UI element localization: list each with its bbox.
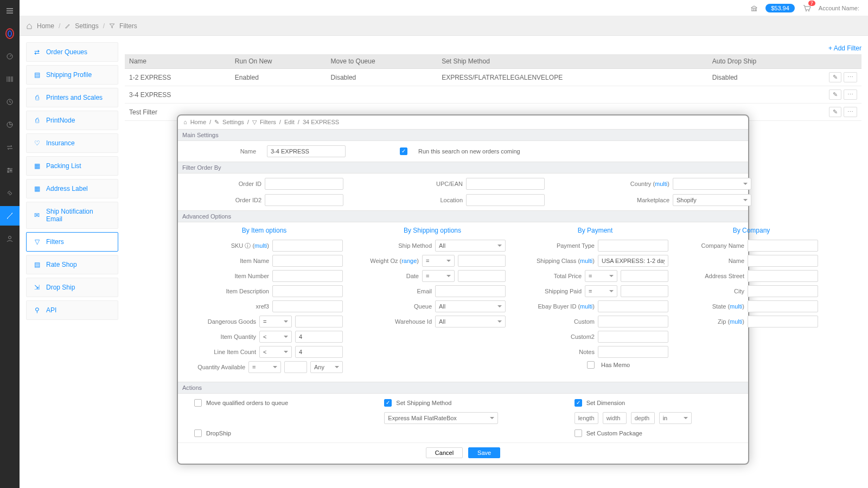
email-input[interactable] xyxy=(435,285,506,297)
set-custom-package-checkbox[interactable] xyxy=(575,429,582,437)
run-on-new-checkbox[interactable] xyxy=(400,147,407,155)
chart-icon[interactable] xyxy=(5,120,14,129)
depth-input[interactable] xyxy=(631,412,655,424)
edit-row-button[interactable]: ✎ xyxy=(829,89,841,100)
bc-home[interactable]: Home xyxy=(37,22,54,30)
totalprice-op-select[interactable]: = xyxy=(585,270,617,282)
dg-op-select[interactable]: = xyxy=(259,316,292,328)
sliders-icon[interactable] xyxy=(5,166,14,175)
save-button[interactable]: Save xyxy=(468,447,500,458)
nav-filters[interactable]: ▽Filters xyxy=(26,232,118,252)
sku-multi[interactable]: multi xyxy=(254,242,267,249)
add-filter-link[interactable]: + Add Filter xyxy=(125,42,861,54)
edit-row-button[interactable]: ✎ xyxy=(829,107,841,117)
bank-icon[interactable] xyxy=(750,4,758,12)
itemdesc-input[interactable] xyxy=(272,285,343,297)
shipmethod-select[interactable]: All xyxy=(435,240,506,252)
hasmemo-checkbox[interactable] xyxy=(587,361,595,369)
iq-op-select[interactable]: < xyxy=(259,331,292,343)
qa-op-select[interactable]: = xyxy=(248,361,281,373)
city-input[interactable] xyxy=(748,285,818,297)
filter-name-input[interactable] xyxy=(267,145,346,157)
state-input[interactable] xyxy=(748,300,818,312)
weight-range[interactable]: range xyxy=(401,258,417,264)
country-select[interactable] xyxy=(673,178,751,190)
nav-packing-list[interactable]: ▦Packing List xyxy=(26,156,118,176)
qa-any-select[interactable]: Any xyxy=(310,361,343,373)
user-icon[interactable] xyxy=(5,234,14,243)
clock-icon[interactable] xyxy=(5,98,14,106)
nav-api[interactable]: ⚲API xyxy=(26,300,118,320)
nav-address-label[interactable]: ▦Address Label xyxy=(26,179,118,198)
balance-pill[interactable]: $53.94 xyxy=(765,4,795,12)
dim-unit-select[interactable]: in xyxy=(659,412,692,424)
length-input[interactable] xyxy=(575,412,598,424)
dropship-checkbox[interactable] xyxy=(194,429,202,437)
sclass-multi[interactable]: multi xyxy=(580,258,592,264)
nav-shipping-profile[interactable]: ▤Shipping Profile xyxy=(26,65,118,85)
menu-icon[interactable] xyxy=(5,7,14,15)
exchange-icon[interactable] xyxy=(5,143,14,152)
itemnumber-input[interactable] xyxy=(272,270,343,282)
orderid-input[interactable] xyxy=(265,178,343,190)
date-op-select[interactable]: = xyxy=(422,270,455,282)
ebaybuyer-input[interactable] xyxy=(598,300,668,312)
notes-input[interactable] xyxy=(598,346,668,358)
home-icon[interactable] xyxy=(26,23,33,29)
settings-icon[interactable] xyxy=(0,206,20,226)
shippingpaid-input[interactable] xyxy=(621,285,668,297)
dashboard-icon[interactable] xyxy=(5,52,14,61)
nav-printnode[interactable]: ⎙PrintNode xyxy=(26,111,118,130)
name-input[interactable] xyxy=(748,255,818,267)
weight-input[interactable] xyxy=(458,255,506,267)
barcode-icon[interactable] xyxy=(5,75,14,84)
location-input[interactable] xyxy=(466,194,545,206)
weight-op-select[interactable]: = xyxy=(422,255,455,267)
ship-method-select[interactable]: Express Mail FlatRateBox xyxy=(384,412,498,424)
link-icon[interactable] xyxy=(5,189,14,197)
zip-multi[interactable]: multi xyxy=(730,318,742,325)
date-input[interactable] xyxy=(458,270,506,282)
lic-input[interactable] xyxy=(295,346,343,358)
move-to-queue-checkbox[interactable] xyxy=(194,399,202,407)
totalprice-input[interactable] xyxy=(621,270,668,282)
lic-op-select[interactable]: < xyxy=(259,346,292,358)
cart-icon[interactable]: 7 xyxy=(802,4,811,12)
companyname-input[interactable] xyxy=(748,240,818,252)
country-multi[interactable]: multi xyxy=(655,181,667,187)
bc-settings[interactable]: Settings xyxy=(75,22,98,30)
itemname-input[interactable] xyxy=(272,255,343,267)
street-input[interactable] xyxy=(748,270,818,282)
set-ship-method-checkbox[interactable] xyxy=(384,399,392,407)
more-row-button[interactable]: ⋯ xyxy=(844,89,857,100)
nav-order-queues[interactable]: ⇄Order Queues xyxy=(26,42,118,62)
orderid2-input[interactable] xyxy=(265,194,343,206)
more-row-button[interactable]: ⋯ xyxy=(844,72,857,82)
shippingclass-input[interactable] xyxy=(598,255,668,267)
xref3-input[interactable] xyxy=(272,300,343,312)
queue-select[interactable]: All xyxy=(435,300,506,312)
table-row[interactable]: 3-4 EXPRESS ✎⋯ xyxy=(125,86,861,104)
cancel-button[interactable]: Cancel xyxy=(426,447,463,458)
iq-input[interactable] xyxy=(295,331,343,343)
nav-ship-notification[interactable]: ✉Ship Notification Email xyxy=(26,202,118,229)
upc-input[interactable] xyxy=(466,178,545,190)
nav-insurance[interactable]: ♡Insurance xyxy=(26,133,118,153)
warehouse-select[interactable]: All xyxy=(435,316,506,328)
marketplace-select[interactable]: Shopify xyxy=(673,194,751,206)
more-row-button[interactable]: ⋯ xyxy=(844,107,857,117)
nav-rate-shop[interactable]: ▤Rate Shop xyxy=(26,255,118,274)
custom2-input[interactable] xyxy=(598,331,668,343)
logo-icon[interactable] xyxy=(5,29,14,38)
set-dimension-checkbox[interactable] xyxy=(575,399,582,407)
table-row[interactable]: 1-2 EXPRESSEnabledDisabledEXPRESS/FLATRA… xyxy=(125,69,861,86)
paymenttype-input[interactable] xyxy=(598,240,668,252)
nav-printers[interactable]: ⎙Printers and Scales xyxy=(26,88,118,107)
custom-input[interactable] xyxy=(598,316,668,328)
width-input[interactable] xyxy=(603,412,627,424)
qa-input[interactable] xyxy=(284,361,307,373)
zip-input[interactable] xyxy=(748,316,818,328)
dg-input[interactable] xyxy=(295,316,343,328)
nav-drop-ship[interactable]: ⇲Drop Ship xyxy=(26,278,118,297)
sku-input[interactable] xyxy=(272,240,343,252)
